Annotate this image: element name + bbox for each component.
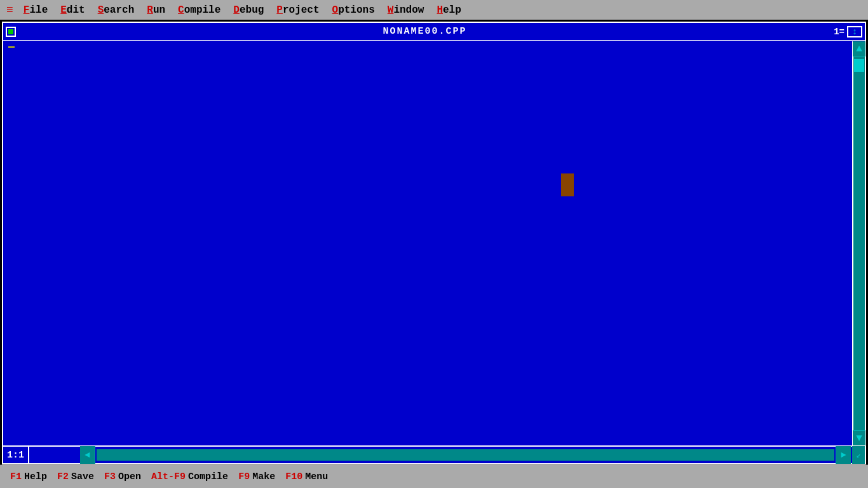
editor-title-left <box>6 27 16 37</box>
fkey-bar: F1 Help F2 Save F3 Open Alt-F9 Compile F… <box>0 465 868 488</box>
fkey-f9-num: F9 <box>238 471 250 482</box>
fkey-f9[interactable]: F9 Make <box>233 471 280 482</box>
system-menu-icon[interactable]: ≡ <box>3 4 17 17</box>
fkey-f10-num: F10 <box>285 471 302 482</box>
menu-item-edit[interactable]: Edit <box>54 2 91 18</box>
scroll-left-button[interactable]: ◄ <box>80 446 95 464</box>
scrollbar-vertical[interactable]: ▲ ▼ <box>852 41 865 445</box>
scroll-down-button[interactable]: ▼ <box>853 430 865 445</box>
menu-bar: ≡ File Edit Search Run Compile Debug Pro… <box>0 0 868 20</box>
fkey-f2-label: Save <box>71 471 94 482</box>
fkey-f9-label: Make <box>252 471 275 482</box>
editor-title: NONAME00.CPP <box>16 26 834 37</box>
scrollbar-horizontal: 1:1 ◄ ► ↙ <box>3 445 865 463</box>
close-button[interactable] <box>6 27 16 37</box>
fkey-f3-num: F3 <box>104 471 116 482</box>
fkey-altf9[interactable]: Alt-F9 Compile <box>146 471 233 482</box>
menu-item-project[interactable]: Project <box>270 2 325 18</box>
scroll-thumb[interactable] <box>854 59 864 72</box>
menu-item-file[interactable]: File <box>17 2 54 18</box>
zoom-button[interactable]: ↕ <box>847 26 862 37</box>
fkey-f10[interactable]: F10 Menu <box>280 471 333 482</box>
scroll-up-button[interactable]: ▲ <box>853 41 865 57</box>
editor-content[interactable] <box>3 41 852 445</box>
fkey-f1-label: Help <box>24 471 47 482</box>
fkey-f10-label: Menu <box>305 471 328 482</box>
text-cursor <box>8 46 15 48</box>
menu-item-help[interactable]: Help <box>430 2 467 18</box>
mouse-cursor-indicator <box>561 173 574 196</box>
scroll-right-button[interactable]: ► <box>836 446 851 464</box>
editor-titlebar: NONAME00.CPP 1= ↕ <box>3 23 865 41</box>
fkey-f1-num: F1 <box>10 471 22 482</box>
horizontal-scroll-track[interactable] <box>97 449 834 461</box>
menu-item-run[interactable]: Run <box>140 2 172 18</box>
fkey-f3[interactable]: F3 Open <box>99 471 146 482</box>
menu-item-debug[interactable]: Debug <box>227 2 270 18</box>
resize-corner[interactable]: ↙ <box>852 446 865 464</box>
menu-item-compile[interactable]: Compile <box>172 2 227 18</box>
fkey-f2[interactable]: F2 Save <box>52 471 99 482</box>
fkey-f1[interactable]: F1 Help <box>5 471 52 482</box>
fkey-altf9-num: Alt-F9 <box>151 471 186 482</box>
line-col-display: 1:1 <box>7 450 24 461</box>
window-number: 1= <box>834 27 844 37</box>
fkey-f2-num: F2 <box>57 471 69 482</box>
editor-container: NONAME00.CPP 1= ↕ ▲ ▼ 1:1 ◄ ► ↙ <box>0 20 868 464</box>
editor-window: NONAME00.CPP 1= ↕ ▲ ▼ 1:1 ◄ ► ↙ <box>2 22 866 464</box>
editor-title-right: 1= ↕ <box>834 26 862 37</box>
fkey-altf9-label: Compile <box>188 471 228 482</box>
fkey-f3-label: Open <box>118 471 141 482</box>
menu-item-search[interactable]: Search <box>92 2 141 18</box>
close-box-indicator <box>8 29 13 34</box>
menu-item-options[interactable]: Options <box>326 2 381 18</box>
menu-item-window[interactable]: Window <box>381 2 431 18</box>
